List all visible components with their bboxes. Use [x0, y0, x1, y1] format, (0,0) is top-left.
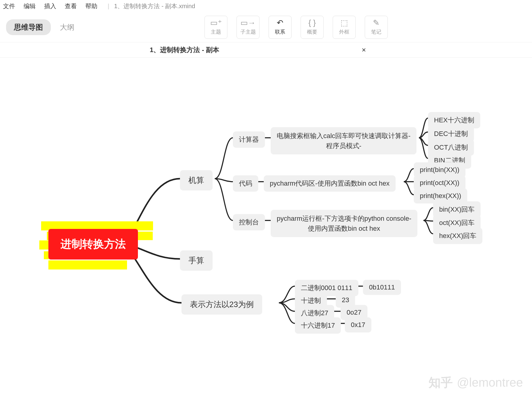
tool-buttons: ▭⁺ 主题 ▭→ 子主题 ↶ 联系 { } 概要 ⬚ 外框 ✎ 笔记 [204, 16, 388, 39]
tool-notes[interactable]: ✎ 笔记 [365, 16, 388, 39]
menu-file[interactable]: 文件 [3, 2, 15, 10]
node-notation-hex-v[interactable]: 0x17 [345, 317, 371, 332]
menu-view[interactable]: 查看 [65, 2, 77, 10]
tab-title: 1、进制转换方法 - 副本 [150, 45, 219, 55]
boundary-icon: ⬚ [341, 19, 348, 27]
tool-summary-label: 概要 [307, 28, 317, 35]
tool-subtopic-label: 子主题 [240, 28, 256, 35]
node-calc[interactable]: 计算器 [233, 131, 265, 148]
tool-boundary[interactable]: ⬚ 外框 [333, 16, 356, 39]
node-notation-hex-k[interactable]: 十六进制17 [295, 317, 341, 334]
node-code[interactable]: 代码 [233, 175, 258, 192]
node-console-desc[interactable]: pycharm运行框-下方选项卡的python console- 使用内置函数b… [271, 210, 417, 237]
tab-close-icon[interactable]: × [362, 46, 366, 54]
tool-subtopic[interactable]: ▭→ 子主题 [237, 16, 259, 39]
menubar: 文件 编辑 插入 查看 帮助 1、进制转换方法 - 副本.xmind [0, 0, 532, 12]
node-notation-bin-v[interactable]: 0b10111 [363, 280, 401, 295]
relationship-icon: ↶ [277, 19, 283, 27]
toolbar: 思维导图 大纲 ▭⁺ 主题 ▭→ 子主题 ↶ 联系 { } 概要 ⬚ 外框 ✎ … [0, 12, 532, 42]
node-calc-desc[interactable]: 电脑搜索框输入calc回车即可快速调取计算器- 程序员模式- [271, 127, 416, 154]
node-console[interactable]: 控制台 [233, 214, 265, 230]
mindmap-canvas[interactable]: 进制转换方法 机算 手算 表示方法以23为例 计算器 电脑搜索框输入calc回车… [0, 58, 532, 400]
summary-icon: { } [308, 19, 316, 27]
view-mindmap-toggle[interactable]: 思维导图 [6, 19, 51, 35]
menu-help[interactable]: 帮助 [85, 2, 97, 10]
document-tab[interactable]: 1、进制转换方法 - 副本 × [0, 42, 381, 57]
node-root[interactable]: 进制转换方法 [48, 229, 138, 260]
node-machine[interactable]: 机算 [180, 170, 213, 190]
node-notation[interactable]: 表示方法以23为例 [181, 294, 262, 315]
subtopic-icon: ▭→ [240, 19, 256, 27]
menu-edit[interactable]: 编辑 [24, 2, 36, 10]
view-toggle: 思维导图 大纲 [6, 19, 77, 35]
tool-topic[interactable]: ▭⁺ 主题 [204, 16, 227, 39]
topic-icon: ▭⁺ [210, 19, 222, 27]
tool-summary[interactable]: { } 概要 [301, 16, 324, 39]
tool-boundary-label: 外框 [339, 28, 349, 35]
node-manual[interactable]: 手算 [180, 250, 213, 271]
nodes-layer: 进制转换方法 机算 手算 表示方法以23为例 计算器 电脑搜索框输入calc回车… [0, 58, 532, 400]
view-outline-toggle[interactable]: 大纲 [57, 19, 77, 35]
notes-icon: ✎ [373, 19, 380, 27]
node-console-hex[interactable]: hex(XX)回车 [433, 228, 482, 244]
tabbar: 1、进制转换方法 - 副本 × [0, 42, 532, 58]
tool-relationship-label: 联系 [275, 28, 285, 35]
tool-notes-label: 笔记 [371, 28, 381, 35]
tool-relationship[interactable]: ↶ 联系 [269, 16, 292, 39]
tool-topic-label: 主题 [211, 28, 221, 35]
node-code-desc[interactable]: pycharm代码区-使用内置函数bin oct hex [264, 175, 396, 192]
menu-insert[interactable]: 插入 [44, 2, 56, 10]
window-filename: 1、进制转换方法 - 副本.xmind [108, 2, 195, 10]
